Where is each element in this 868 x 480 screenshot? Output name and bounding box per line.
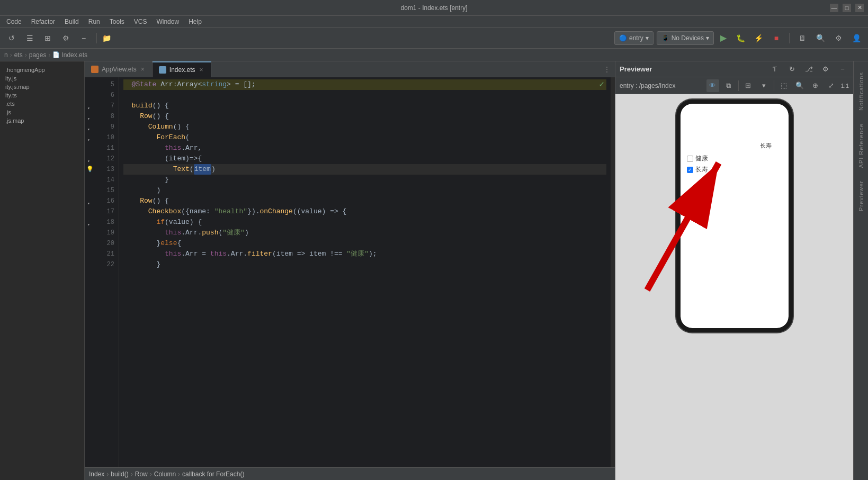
debug-button[interactable]: 🐛 — [733, 31, 748, 46]
tab-appview-close[interactable]: × — [140, 66, 146, 73]
menu-help[interactable]: Help — [184, 17, 206, 26]
align-button[interactable]: ☰ — [22, 31, 37, 46]
menu-tools[interactable]: Tools — [105, 17, 129, 26]
bc-row[interactable]: Row — [135, 470, 148, 478]
fold-18[interactable]: ▾ — [87, 220, 93, 225]
fold-9[interactable]: ▾ — [87, 124, 93, 130]
ln-5: 5 — [97, 79, 114, 90]
tab-appview[interactable]: AppView.ets × — [85, 61, 153, 77]
tab-appview-label: AppView.ets — [102, 66, 137, 73]
breadcrumb-ets[interactable]: ets — [14, 51, 23, 59]
previewer-refresh-icon[interactable]: ↻ — [785, 63, 798, 76]
project-name: 📁 — [102, 34, 111, 42]
previewer-toolbar: entry : /pages/Index 👁 ⧉ ⊞ ▾ ⬚ 🔍 ⊕ ⤢ 1:1 — [615, 77, 853, 94]
profile-button[interactable]: ⚡ — [751, 31, 766, 46]
checkbox-longevity[interactable]: ✓ — [687, 167, 693, 173]
previewer-text-icon[interactable]: Ƭ — [768, 63, 781, 76]
search-button[interactable]: 🔍 — [813, 31, 828, 46]
tab-index-close[interactable]: × — [199, 66, 204, 74]
previewer-fit-btn[interactable]: ⤢ — [825, 79, 838, 92]
previewer-zoom-in-btn[interactable]: ⊕ — [809, 79, 822, 92]
fold-7[interactable]: ▾ — [87, 103, 93, 108]
code-editor: ▾ ▾ ▾ ▾ ▾ 💡 ▾ ▾ 5 6 7 — [85, 77, 615, 467]
previewer-zoom-out-btn[interactable]: 🔍 — [793, 79, 806, 92]
bc-column[interactable]: Column — [154, 470, 176, 478]
breadcrumb-pages[interactable]: pages — [29, 51, 47, 59]
menu-refactor[interactable]: Refactor — [27, 17, 59, 26]
fold-16[interactable]: ▾ — [87, 198, 93, 204]
fold-8[interactable]: ▾ — [87, 114, 93, 119]
entry-selector-button[interactable]: 🔵 entry ▾ — [614, 31, 654, 45]
settings-button[interactable]: ⚙ — [58, 31, 73, 46]
checkbox-health-label: 健康 — [695, 154, 708, 163]
sidebar-item-hongmengapp[interactable]: .hongmengApp — [2, 66, 82, 74]
tab-menu-button[interactable]: ⋮ — [599, 65, 615, 74]
code-content[interactable]: @State Arr: Array< string > = []; build … — [119, 77, 611, 467]
bc-index[interactable]: Index — [89, 470, 104, 478]
phone-longevity-label: 长寿 — [760, 142, 782, 150]
account-button[interactable]: 👤 — [849, 31, 864, 46]
previewer-content: 长寿 健康 ✓ 长寿 — [615, 94, 853, 480]
previewer-close-icon[interactable]: − — [836, 63, 849, 76]
tab-bar: AppView.ets × Index.ets × ⋮ — [85, 61, 615, 77]
code-line-19: this .Arr. push ( "健康" ) — [123, 228, 606, 238]
sidebar-item-ity-ts[interactable]: ity.ts — [2, 91, 82, 99]
gutter-14 — [85, 175, 95, 185]
menu-window[interactable]: Window — [152, 17, 183, 26]
run-button[interactable]: ▶ — [717, 32, 730, 44]
menu-code[interactable]: Code — [2, 17, 26, 26]
previewer-settings-icon[interactable]: ⚙ — [819, 63, 832, 76]
lightbulb-13[interactable]: 💡 — [86, 164, 94, 175]
ln-16: 16 — [97, 196, 114, 206]
bc-foreach[interactable]: callback for ForEach() — [182, 470, 244, 478]
previewer-dropdown-btn[interactable]: ▾ — [758, 79, 771, 92]
previewer-crop-btn[interactable]: ⬚ — [777, 79, 790, 92]
checkbox-longevity-row: ✓ 长寿 — [687, 165, 708, 174]
previewer-device-btn[interactable]: ⊞ — [742, 79, 755, 92]
minimize-button[interactable]: — — [830, 4, 838, 12]
previewer-layers-btn[interactable]: ⧉ — [722, 79, 735, 92]
code-line-18: if (value) { — [123, 217, 606, 228]
fold-10[interactable]: ▾ — [87, 135, 93, 140]
split-button[interactable]: ⊞ — [40, 31, 55, 46]
sidebar-item-ets[interactable]: .ets — [2, 99, 82, 108]
index-tab-icon — [159, 66, 166, 74]
code-line-15: ) — [123, 185, 606, 196]
api-reference-label[interactable]: API Reference — [858, 121, 864, 170]
sidebar-item-js-map[interactable]: .js.map — [2, 116, 82, 125]
checkbox-health[interactable] — [687, 156, 693, 162]
settings2-button[interactable]: ⚙ — [831, 31, 846, 46]
minus-button[interactable]: − — [76, 31, 91, 46]
previewer-route-icon[interactable]: ⎇ — [802, 63, 815, 76]
back-button[interactable]: ↺ — [4, 31, 19, 46]
sidebar-item-ity-js[interactable]: ity.js — [2, 74, 82, 83]
ln-17: 17 — [97, 206, 114, 217]
bc-build[interactable]: build() — [111, 470, 128, 478]
menu-run[interactable]: Run — [84, 17, 104, 26]
menu-build[interactable]: Build — [60, 17, 83, 26]
sidebar-item-js[interactable]: .js — [2, 108, 82, 116]
code-line-14: } — [123, 175, 606, 185]
right-sidebar: Notifications API Reference Previewer — [853, 61, 868, 480]
tab-index[interactable]: Index.ets × — [153, 61, 211, 77]
close-button[interactable]: ✕ — [855, 4, 864, 12]
code-line-11: this .Arr, — [123, 143, 606, 153]
menu-vcs[interactable]: VCS — [130, 17, 151, 26]
sidebar-item-ity-js-map[interactable]: ity.js.map — [2, 83, 82, 91]
previewer-label[interactable]: Previewer — [858, 178, 864, 213]
breadcrumb-n[interactable]: n — [4, 51, 8, 59]
ln-20: 20 — [97, 238, 114, 249]
editor-scrollbar[interactable] — [611, 77, 615, 467]
gutter-20 — [85, 238, 95, 249]
entry-dropdown-icon: ▾ — [646, 34, 649, 42]
stop-button[interactable]: ■ — [769, 31, 784, 46]
previewer-eye-btn[interactable]: 👁 — [706, 79, 719, 92]
breadcrumb-filename[interactable]: Index.ets — [61, 51, 87, 59]
code-line-12: (item)=>{ — [123, 153, 606, 164]
gutter-10: ▾ — [85, 132, 95, 143]
no-devices-button[interactable]: 📱 No Devices ▾ — [657, 31, 714, 45]
notifications-label[interactable]: Notifications — [858, 70, 864, 113]
fold-12[interactable]: ▾ — [87, 156, 93, 161]
maximize-button[interactable]: □ — [843, 4, 851, 12]
device-manager-button[interactable]: 🖥 — [795, 31, 810, 46]
